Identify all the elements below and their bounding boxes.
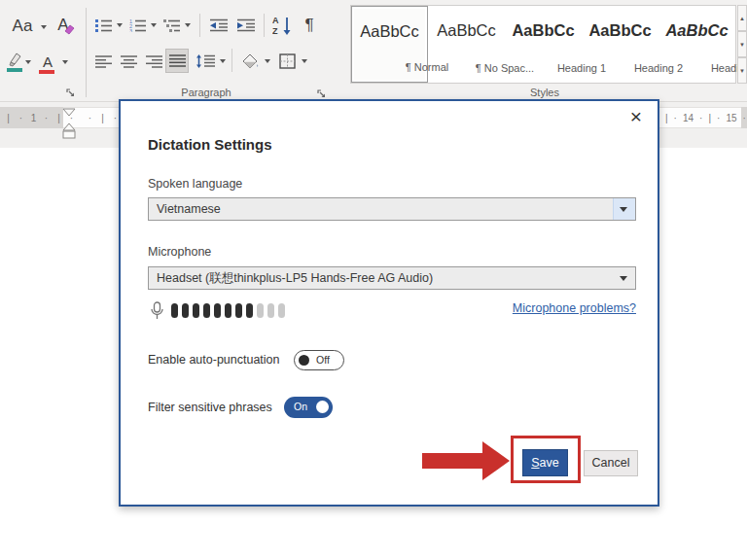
divider — [264, 14, 265, 37]
mic-level — [171, 303, 285, 318]
line-spacing-icon — [196, 54, 215, 68]
change-case-button[interactable]: Aa — [6, 15, 39, 38]
style-preview: AaBbCc — [505, 21, 582, 40]
ruler-tick: 15 — [723, 113, 739, 123]
cancel-button[interactable]: Cancel — [584, 450, 638, 476]
shading-button[interactable] — [239, 51, 261, 72]
annotation-arrow-head — [482, 441, 510, 480]
mic-level-dot — [235, 303, 242, 318]
divider — [231, 49, 232, 72]
mic-level-dot — [225, 303, 231, 318]
justify-button[interactable] — [165, 49, 189, 73]
sort-a: A — [272, 16, 279, 25]
style-preview: AaBbCc — [352, 22, 427, 41]
align-right-button[interactable] — [144, 52, 163, 71]
mic-level-dot — [203, 303, 210, 318]
divider — [199, 14, 200, 37]
style-heading-2[interactable]: AaBbCc Heading 2 — [582, 6, 658, 83]
style-preview: AaBbCc — [428, 21, 505, 40]
eraser-icon — [63, 23, 75, 35]
style-normal[interactable]: AaBbCc ¶ Normal — [351, 6, 428, 83]
mic-level-dot — [257, 303, 264, 318]
ribbon: Aa A A — [0, 0, 747, 102]
style-preview: AaBbCc — [582, 21, 658, 40]
multilevel-list-icon — [163, 18, 180, 32]
group-divider — [86, 8, 87, 97]
decrease-indent-button[interactable] — [208, 16, 230, 35]
mic-level-dot — [246, 303, 253, 318]
paragraph-group-label: Paragraph — [153, 87, 260, 98]
ruler-tick: · — [15, 113, 27, 123]
mic-level-dot — [267, 303, 274, 318]
indent-markers[interactable] — [61, 104, 79, 143]
numbering-button[interactable]: 123 — [127, 16, 147, 35]
annotation-arrow — [422, 453, 482, 469]
filter-phrases-toggle[interactable]: On — [284, 397, 333, 418]
borders-button[interactable] — [276, 51, 298, 72]
align-center-button[interactable] — [119, 52, 138, 71]
line-spacing-button[interactable] — [195, 52, 216, 71]
spoken-language-value: Vietnamese — [157, 202, 221, 216]
ruler-tick: · — [84, 113, 96, 123]
microphone-problems-link[interactable]: Microphone problems? — [513, 301, 636, 315]
font-color-button[interactable]: A — [37, 49, 58, 74]
highlighter-icon — [5, 51, 24, 72]
indent-icon — [237, 18, 255, 32]
toggle-state: Off — [316, 354, 330, 366]
chevron-down-icon[interactable] — [265, 59, 270, 63]
chevron-down-icon[interactable] — [220, 59, 226, 63]
chevron-down-icon[interactable] — [302, 59, 307, 63]
annotation-highlight-box — [511, 436, 581, 483]
auto-punctuation-toggle[interactable]: Off — [294, 350, 344, 370]
ruler-tick: · — [671, 113, 680, 123]
borders-grid-icon — [279, 53, 296, 69]
filter-phrases-label: Filter sensitive phrases — [148, 401, 272, 414]
auto-punctuation-label: Enable auto-punctuation — [148, 353, 280, 367]
styles-more-button[interactable]: ▼ — [737, 57, 747, 84]
ruler-tick: · — [696, 113, 705, 123]
dropdown-arrow-zone[interactable] — [613, 198, 635, 220]
ruler-tick: · — [714, 113, 723, 123]
ruler-tick: | — [2, 113, 15, 123]
sort-button[interactable]: AZ — [270, 14, 296, 37]
increase-indent-button[interactable] — [235, 16, 257, 35]
styles-scroll-up-button[interactable]: ▲ — [737, 5, 747, 31]
styles-scroll-down-button[interactable]: ▼ — [737, 31, 747, 57]
align-right-icon — [146, 55, 162, 68]
mic-level-dot — [278, 303, 285, 318]
style-heading-3[interactable]: AaBbCc Heading 3 — [658, 6, 735, 83]
chevron-down-icon[interactable] — [41, 25, 47, 29]
ruler-tick: 14 — [680, 113, 696, 123]
svg-text:3: 3 — [129, 28, 132, 33]
styles-group-label: Styles — [491, 87, 598, 98]
toggle-knob — [316, 401, 329, 413]
sort-az-icon: AZ — [272, 16, 294, 35]
ruler-tick: | — [705, 113, 714, 123]
chevron-down-icon[interactable] — [151, 23, 157, 27]
multilevel-list-button[interactable] — [161, 16, 181, 35]
styles-gallery: AaBbCc ¶ Normal AaBbCc ¶ No Spac... AaBb… — [350, 5, 736, 84]
microphone-icon — [150, 301, 164, 320]
style-no-spacing[interactable]: AaBbCc ¶ No Spac... — [428, 6, 505, 83]
mic-level-dot — [182, 303, 189, 318]
bullets-button[interactable] — [93, 16, 113, 35]
chevron-down-icon[interactable] — [117, 23, 123, 27]
close-icon[interactable]: × — [630, 107, 642, 126]
text-highlight-button[interactable] — [2, 49, 27, 74]
spoken-language-dropdown[interactable]: Vietnamese — [148, 197, 636, 221]
pilcrow-icon: ¶ — [304, 16, 313, 35]
align-left-button[interactable] — [93, 52, 113, 71]
chevron-down-icon[interactable] — [62, 60, 68, 64]
font-dialog-launcher-icon[interactable] — [66, 88, 77, 99]
mic-level-dot — [214, 303, 221, 318]
microphone-dropdown[interactable]: Headset (联想thinkplus-LP5 Hands-Free AG A… — [148, 266, 636, 290]
show-formatting-button[interactable]: ¶ — [300, 14, 319, 37]
chevron-down-icon[interactable] — [25, 60, 31, 64]
styles-gallery-scroll: ▲ ▼ ▼ — [737, 5, 747, 84]
toggle-knob — [299, 355, 309, 366]
clear-formatting-button[interactable]: A — [51, 13, 76, 38]
dialog-title: Dictation Settings — [148, 136, 272, 153]
font-color-bar — [39, 70, 54, 74]
style-heading-1[interactable]: AaBbCc Heading 1 — [505, 6, 582, 83]
chevron-down-icon[interactable] — [185, 23, 191, 27]
